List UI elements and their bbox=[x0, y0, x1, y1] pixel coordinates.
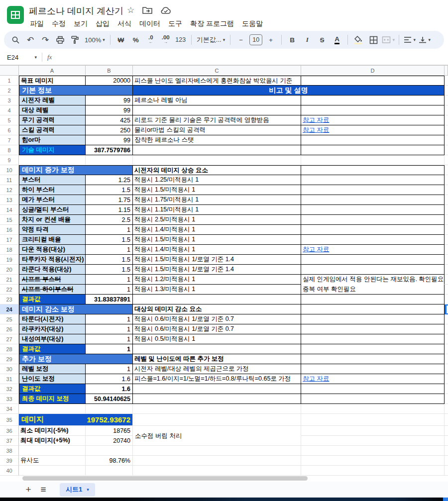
paint-format-icon[interactable] bbox=[69, 33, 82, 46]
cell-B22[interactable]: 1 bbox=[86, 285, 133, 295]
cell-C33[interactable] bbox=[133, 394, 301, 404]
cell-C20[interactable]: 적용시 1.5/미적용시 1/로열 기준 1.4 bbox=[133, 265, 301, 275]
menu-item-3[interactable]: 삽입 bbox=[92, 18, 113, 30]
cell-D27[interactable] bbox=[301, 334, 445, 344]
cell-C35[interactable] bbox=[133, 414, 301, 426]
font-size-input[interactable]: 10 bbox=[249, 34, 262, 45]
doc-title[interactable]: 페르소나 데미지 계산기 bbox=[29, 5, 123, 17]
column-header-E[interactable] bbox=[445, 65, 448, 76]
cell-D39[interactable] bbox=[301, 456, 445, 466]
cell-D40[interactable] bbox=[301, 466, 445, 476]
cell-C15[interactable]: 적용시 2.5/미적용시 1 bbox=[133, 215, 301, 225]
bold-button[interactable]: B bbox=[286, 33, 299, 46]
cell-E23[interactable] bbox=[445, 295, 448, 304]
cell-B34[interactable] bbox=[86, 404, 133, 414]
cell-C14[interactable]: 적용시 1.15/미적용시 1 bbox=[133, 205, 301, 215]
cell-B6[interactable]: 250 bbox=[86, 125, 133, 135]
more-formats-button[interactable]: 123 bbox=[174, 33, 187, 46]
cell-B5[interactable]: 425 bbox=[86, 115, 133, 125]
row-header-4[interactable]: 4 bbox=[0, 105, 19, 115]
menu-item-1[interactable]: 수정 bbox=[48, 18, 70, 30]
row-header-16[interactable]: 16 bbox=[0, 225, 19, 235]
cell-D15[interactable] bbox=[301, 215, 445, 225]
row-header-8[interactable]: 8 bbox=[0, 145, 19, 155]
column-header-C[interactable]: C bbox=[133, 65, 301, 76]
cell-A17[interactable]: 크리티컬 배율 bbox=[19, 235, 86, 245]
cell-C13[interactable]: 적용시 1.75/미적용시 1 bbox=[133, 195, 301, 205]
increase-font-size-button[interactable]: + bbox=[264, 33, 277, 46]
row-header-28[interactable]: 28 bbox=[0, 344, 19, 354]
cell-D31[interactable]: 참고 자료 bbox=[301, 374, 445, 384]
row-header-1[interactable]: 1 bbox=[0, 76, 19, 86]
cell-C29[interactable]: 레벨 및 난이도에 따른 추가 보정 bbox=[133, 354, 301, 364]
cell-B11[interactable]: 1.25 bbox=[86, 175, 133, 185]
cell-C2[interactable]: 비고 및 설명 bbox=[133, 86, 445, 96]
row-header-34[interactable]: 34 bbox=[0, 404, 19, 414]
cell-A19[interactable]: 타루카자 적용(시전자) bbox=[19, 255, 86, 265]
cell-D6[interactable]: 참고 자료 bbox=[301, 125, 445, 135]
cell-A4[interactable]: 대상 레벨 bbox=[19, 105, 86, 115]
cell-A18[interactable]: 다운 적용(대상) bbox=[19, 245, 86, 255]
cell-C1[interactable]: 피스풀 난이도 엘리자베스에게 홍련화참살 박았을시 기준 bbox=[133, 76, 301, 86]
cell-C7[interactable]: 장착한 페르소나 스탯 bbox=[133, 135, 301, 145]
cell-C26[interactable]: 적용시 0.6/미적용시 1/로열 기준 0.7 bbox=[133, 324, 301, 334]
cell-C34[interactable] bbox=[133, 404, 301, 414]
cell-B20[interactable]: 1.5 bbox=[86, 265, 133, 275]
cell-B40[interactable] bbox=[86, 466, 133, 476]
row-header-6[interactable]: 6 bbox=[0, 125, 19, 135]
font-select[interactable]: 기본값...▾ bbox=[196, 33, 226, 46]
cell-A33[interactable]: 최종 데미지 보정 bbox=[19, 394, 86, 404]
cell-B15[interactable]: 2.5 bbox=[86, 215, 133, 225]
cell-A31[interactable]: 난이도 보정 bbox=[19, 374, 86, 384]
cell-B31[interactable]: 1.6 bbox=[86, 374, 133, 384]
row-header-7[interactable]: 7 bbox=[0, 135, 19, 145]
cell-A25[interactable]: 타룬다(시전자) bbox=[19, 314, 86, 324]
row-header-3[interactable]: 3 bbox=[0, 96, 19, 105]
row-header-2[interactable]: 2 bbox=[0, 86, 19, 96]
cell-E5[interactable] bbox=[445, 115, 448, 125]
cell-D4[interactable] bbox=[301, 105, 445, 115]
cell-C10[interactable]: 시전자의 데미지 상승 요소 bbox=[133, 165, 301, 175]
sheet-tab-active[interactable]: 시트1 ▾ bbox=[60, 483, 95, 497]
cell-C18[interactable]: 적용시 1.4/미적용시 1 bbox=[133, 245, 301, 255]
cell-D33[interactable] bbox=[301, 394, 445, 404]
row-header-38[interactable]: 38 bbox=[0, 446, 19, 456]
cell-C40[interactable] bbox=[133, 466, 301, 476]
cell-E8[interactable] bbox=[445, 145, 448, 155]
cell-B27[interactable]: 1 bbox=[86, 334, 133, 344]
row-header-29[interactable]: 29 bbox=[0, 354, 19, 364]
cell-A24[interactable]: 데미지 감소 보정 bbox=[19, 304, 133, 314]
cell-A23[interactable]: 결과값 bbox=[19, 295, 86, 304]
search-icon[interactable] bbox=[9, 33, 22, 46]
cell-B37[interactable]: 20740 bbox=[86, 436, 133, 446]
cell-B35[interactable]: 19752.93672 bbox=[86, 414, 133, 426]
cell-A34[interactable] bbox=[19, 404, 86, 414]
select-all-corner[interactable] bbox=[0, 65, 19, 76]
cell-C6[interactable]: 물리or마법 스킬의 공격력 bbox=[133, 125, 301, 135]
cell-E40[interactable] bbox=[445, 466, 448, 476]
row-header-37[interactable]: 37 bbox=[0, 436, 19, 446]
cell-B38[interactable] bbox=[86, 446, 133, 456]
row-header-21[interactable]: 21 bbox=[0, 275, 19, 285]
cell-D17[interactable] bbox=[301, 235, 445, 245]
row-header-19[interactable]: 19 bbox=[0, 255, 19, 265]
cell-C11[interactable]: 적용시 1.25/미적용시 1 bbox=[133, 175, 301, 185]
column-header-A[interactable]: A bbox=[19, 65, 86, 76]
print-icon[interactable] bbox=[54, 33, 67, 46]
decrease-decimal-button[interactable]: .0← bbox=[144, 33, 157, 46]
cell-A7[interactable]: 힘or마 bbox=[19, 135, 86, 145]
merge-cells-button[interactable]: ▾ bbox=[382, 33, 395, 46]
cell-D21[interactable]: 실제 인게임에서 적용 안된다는 재보있음. 확인필요 bbox=[301, 275, 445, 285]
cell-B32[interactable]: 1.6 bbox=[86, 384, 133, 394]
cell-C36[interactable]: 소수점 버림 처리 bbox=[133, 426, 301, 436]
cell-A22[interactable]: 시프트 하이부스터 bbox=[19, 285, 86, 295]
cell-E37[interactable] bbox=[445, 436, 448, 446]
cell-A13[interactable]: 메가 부스터 bbox=[19, 195, 86, 205]
cell-D22[interactable]: 중복 여부 확인필요 bbox=[301, 285, 445, 295]
cell-A9[interactable] bbox=[19, 155, 86, 165]
cell-E26[interactable] bbox=[445, 324, 448, 334]
cell-E7[interactable] bbox=[445, 135, 448, 145]
cell-D34[interactable] bbox=[301, 404, 445, 414]
cell-C9[interactable] bbox=[133, 155, 301, 165]
borders-button[interactable] bbox=[367, 33, 380, 46]
